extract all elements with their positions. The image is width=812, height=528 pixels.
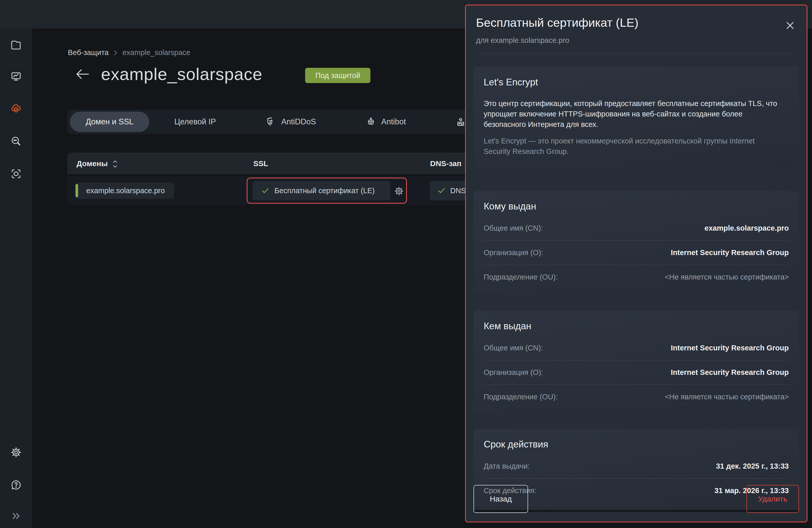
- check-icon: [261, 186, 270, 195]
- panel-subtitle: для example.solarspace.pro: [476, 36, 799, 45]
- info-row: Общее имя (CN): example.solarspace.pro: [484, 216, 789, 240]
- info-row: Дата выдачи: 31 дек. 2025 г., 13:33: [484, 454, 789, 478]
- about-heading: Let's Encrypt: [484, 77, 789, 88]
- expand-sidebar-icon[interactable]: [10, 510, 22, 522]
- antibot-icon: [365, 117, 376, 127]
- search-analytics-icon[interactable]: [10, 135, 22, 147]
- issued-to-section: Кому выдан Общее имя (CN): example.solar…: [474, 191, 799, 293]
- page-header: example_solarspace: [74, 64, 262, 84]
- issued-by-section: Кем выдан Общее имя (CN): Internet Secur…: [474, 311, 799, 413]
- info-row: Общее имя (CN): Internet Security Resear…: [484, 336, 789, 360]
- info-row: Организация (O): Internet Security Resea…: [484, 240, 789, 265]
- sort-icon[interactable]: [111, 159, 119, 168]
- chevron-right-icon: [113, 49, 118, 56]
- back-button[interactable]: Назад: [474, 485, 528, 513]
- folder-icon[interactable]: [10, 39, 22, 51]
- about-description: Это центр сертификации, который предоста…: [484, 99, 780, 130]
- ssl-certificate-chip[interactable]: Бесплатный сертификат (LE): [252, 181, 390, 200]
- column-ssl: SSL: [253, 159, 268, 168]
- column-domains: Домены: [76, 159, 108, 168]
- tab-target-ip[interactable]: Целевой IP: [158, 111, 232, 132]
- help-icon[interactable]: [10, 479, 22, 491]
- tab-domain-ssl[interactable]: Домен и SSL: [70, 111, 149, 132]
- waf-icon: [455, 117, 466, 127]
- certificate-panel: Бесплатный сертификат (LE) для example.s…: [465, 4, 808, 523]
- issued-to-heading: Кому выдан: [484, 201, 789, 212]
- back-arrow-icon[interactable]: [74, 67, 89, 81]
- validity-heading: Срок действия: [484, 439, 789, 450]
- check-icon: [437, 186, 446, 195]
- sidebar-nav: [0, 29, 32, 528]
- monitor-chart-icon[interactable]: [10, 71, 22, 82]
- page-title: example_solarspace: [101, 64, 262, 84]
- settings-gear-icon[interactable]: [10, 447, 22, 458]
- status-badge: Под защитой: [305, 68, 371, 83]
- panel-title: Бесплатный сертификат (LE): [476, 16, 799, 30]
- column-dns: DNS-зап: [430, 159, 462, 168]
- delete-button[interactable]: Удалить: [746, 485, 799, 513]
- domain-chip[interactable]: example.solarspace.pro: [75, 182, 174, 199]
- tab-antibot[interactable]: Antibot: [350, 111, 422, 132]
- breadcrumb: Веб-защита example_solarspace: [68, 48, 190, 57]
- ssl-cell-highlight: Бесплатный сертификат (LE): [247, 178, 407, 203]
- issued-by-heading: Кем выдан: [484, 321, 789, 332]
- info-row: Организация (O): Internet Security Resea…: [484, 360, 789, 384]
- cloud-shield-icon[interactable]: [10, 103, 22, 115]
- breadcrumb-root[interactable]: Веб-защита: [68, 48, 109, 57]
- scan-icon[interactable]: [10, 168, 22, 180]
- breadcrumb-current: example_solarspace: [122, 48, 190, 57]
- info-row: Подразделение (OU): <Не является частью …: [484, 384, 789, 409]
- tab-antiddos[interactable]: AntiDDoS: [249, 111, 332, 132]
- about-section: Let's Encrypt Это центр сертификации, ко…: [474, 67, 799, 168]
- panel-footer: Назад Удалить: [474, 485, 799, 513]
- close-icon[interactable]: [785, 21, 795, 30]
- about-note: Let's Encrypt — это проект некоммерческо…: [484, 136, 780, 157]
- antiddos-icon: [265, 117, 276, 127]
- info-row: Подразделение (OU): <Не является частью …: [484, 265, 789, 289]
- ssl-settings-gear-icon[interactable]: [394, 186, 404, 196]
